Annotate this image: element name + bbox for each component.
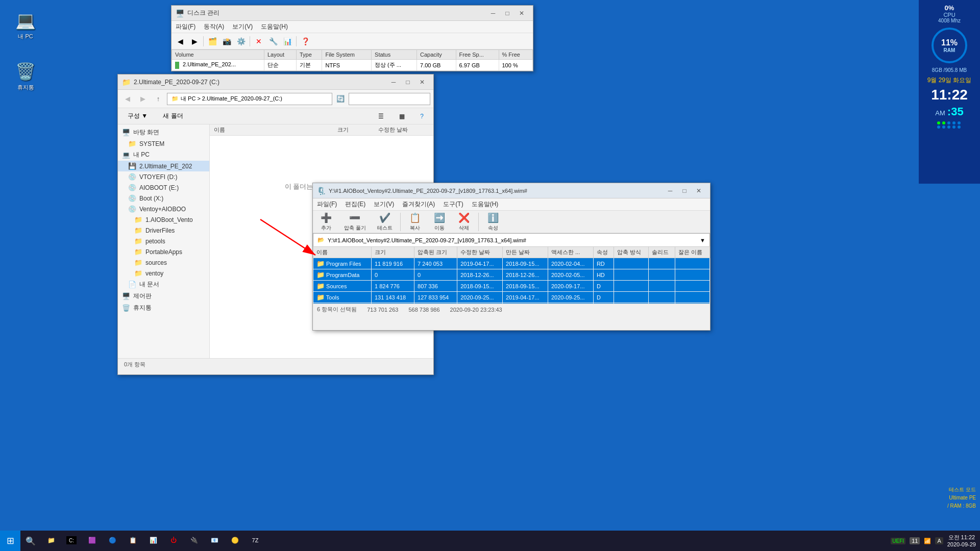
zip-col-modified[interactable]: 수정한 날짜: [457, 247, 503, 258]
disk-mgmt-maximize[interactable]: □: [500, 6, 514, 20]
taskbar-file-explorer[interactable]: 📁: [41, 531, 61, 551]
sidebar-system[interactable]: 📁 SYSTEM: [118, 138, 209, 149]
sidebar-my-pc[interactable]: 💻 내 PC: [118, 149, 209, 161]
sz-menu-tools[interactable]: 도구(T): [443, 200, 463, 209]
zip-path-dropdown[interactable]: ▼: [700, 237, 705, 243]
taskbar-cmd[interactable]: C:: [61, 531, 82, 551]
nav-back[interactable]: ◀: [121, 92, 134, 106]
disk-tb-forward[interactable]: ▶: [188, 35, 201, 48]
ribbon-new-folder[interactable]: 새 폴더: [159, 110, 186, 122]
sidebar-petools[interactable]: 📁 petools: [118, 236, 209, 246]
zip-col-attr[interactable]: 속성: [593, 247, 614, 258]
taskbar-usb[interactable]: 🔌: [184, 531, 204, 551]
sidebar-ventoy-folder[interactable]: 📁 ventoy: [118, 268, 209, 279]
zip-col-name[interactable]: 이름: [313, 247, 372, 258]
taskbar-mail[interactable]: 📧: [204, 531, 225, 551]
col-name[interactable]: 이름: [214, 126, 337, 134]
address-refresh[interactable]: 🔄: [334, 93, 347, 105]
sz-minimize[interactable]: ─: [663, 184, 677, 198]
disk-mgmt-titlebar[interactable]: 🖥️ 디스크 관리 ─ □ ✕: [172, 6, 533, 21]
sidebar-recycle-bin[interactable]: 🗑️ 휴지통: [118, 302, 209, 314]
desktop-icon-recycle-bin[interactable]: 🗑️ 휴지통: [8, 61, 43, 91]
disk-menu-view[interactable]: 보기(V): [232, 22, 253, 31]
sz-btn-props[interactable]: ℹ️ 속성: [482, 211, 504, 233]
file-explorer-titlebar[interactable]: 📁 2.Ultimate_PE_2020-09-27 (C:) ─ □ ✕: [118, 74, 433, 90]
sz-menu-bookmarks[interactable]: 즐겨찾기(A): [402, 200, 435, 209]
sz-btn-test[interactable]: ✔️ 테스트: [373, 211, 397, 233]
disk-tb-snap[interactable]: 📸: [220, 35, 233, 48]
col-status[interactable]: Status: [372, 50, 417, 60]
zip-row-tools[interactable]: 📁 Tools 131 143 418 127 833 954 2020-09-…: [313, 292, 710, 303]
col-size[interactable]: 크기: [337, 126, 378, 134]
sidebar-my-docs[interactable]: 📄 내 문서: [118, 279, 209, 290]
taskbar-power[interactable]: ⏻: [163, 531, 184, 551]
disk-tb-help[interactable]: ❓: [299, 35, 312, 48]
taskbar-app3[interactable]: 📋: [122, 531, 143, 551]
col-capacity[interactable]: Capacity: [417, 50, 456, 60]
disk-tb-delete[interactable]: ✕: [252, 35, 265, 48]
zip-col-compressed[interactable]: 압축된 크기: [414, 247, 457, 258]
sidebar-aioboot-folder[interactable]: 📁 1.AIOBoot_Vento: [118, 214, 209, 225]
disk-row-0[interactable]: 2.Ultimate_PE_202... 단순 기본 NTFS 정상 (주 ..…: [172, 60, 533, 71]
sz-btn-extract[interactable]: ➖ 압축 풀기: [339, 211, 371, 233]
sz-btn-delete[interactable]: ❌ 삭제: [453, 211, 475, 233]
disk-tb-action2[interactable]: ⚙️: [234, 35, 248, 48]
zip-col-solid[interactable]: 솔리드: [648, 247, 675, 258]
ribbon-view[interactable]: ☰: [375, 111, 387, 121]
sidebar-sources[interactable]: 📁 sources: [118, 257, 209, 268]
zip-col-accessed[interactable]: 액세스한 ...: [548, 247, 594, 258]
taskbar-search[interactable]: 🔍: [22, 533, 39, 549]
zip-col-created[interactable]: 만든 날짜: [503, 247, 548, 258]
col-modified[interactable]: 수정한 날짜: [378, 126, 429, 134]
disk-tb-resize[interactable]: 📊: [281, 35, 294, 48]
sz-close[interactable]: ✕: [692, 184, 706, 198]
sz-menu-view[interactable]: 보기(V): [374, 200, 394, 209]
nav-forward[interactable]: ▶: [136, 92, 150, 106]
sidebar-ventoy[interactable]: 💿 Ventoy+AIOBOO: [118, 204, 209, 214]
sidebar-aioboot[interactable]: 💿 AIOBOOT (E:): [118, 182, 209, 193]
desktop-icon-my-pc[interactable]: 💻 내 PC: [8, 10, 43, 40]
zip-row-sources[interactable]: 📁 Sources 1 824 776 807 336 2018-09-15..…: [313, 281, 710, 292]
taskbar-app1[interactable]: 🟪: [82, 531, 102, 551]
sz-menu-file[interactable]: 파일(F): [317, 200, 337, 209]
col-pct[interactable]: % Free: [499, 50, 533, 60]
fe-maximize[interactable]: □: [401, 75, 415, 89]
sz-maximize[interactable]: □: [677, 184, 692, 198]
col-volume[interactable]: Volume: [172, 50, 264, 60]
zip-col-method[interactable]: 압축 방식: [614, 247, 648, 258]
search-input[interactable]: [349, 93, 430, 105]
fe-minimize[interactable]: ─: [386, 75, 401, 89]
ribbon-organize[interactable]: 구성 ▼: [124, 110, 151, 122]
zip-row-program-files[interactable]: 📁 Program Files 11 819 916 7 240 053 201…: [313, 258, 710, 269]
disk-tb-new[interactable]: 🔧: [266, 35, 280, 48]
sidebar-control-panel[interactable]: 🖥️ 제어판: [118, 290, 209, 302]
ribbon-preview[interactable]: ▦: [396, 111, 408, 121]
col-fs[interactable]: File System: [322, 50, 372, 60]
sidebar-boot-x[interactable]: 💿 Boot (X:): [118, 193, 209, 204]
sz-btn-add[interactable]: ➕ 추가: [315, 211, 337, 233]
col-type[interactable]: Type: [296, 50, 322, 60]
sevenzip-titlebar[interactable]: 🗜️ Y:\#1.AIOBoot_Ventoy#2.Ultimate_PE_20…: [313, 183, 710, 198]
sidebar-desktop[interactable]: 🖥️ 바탕 화면: [118, 127, 209, 138]
col-layout[interactable]: Layout: [264, 50, 296, 60]
start-button[interactable]: ⊞: [0, 531, 20, 551]
col-free[interactable]: Free Sp...: [456, 50, 499, 60]
sidebar-portableapps[interactable]: 📁 PortableApps: [118, 246, 209, 257]
taskbar-app2[interactable]: 🔵: [102, 531, 122, 551]
zip-row-programdata[interactable]: 📁 ProgramData 0 0 2018-12-26... 2018-12-…: [313, 269, 710, 281]
sz-menu-help[interactable]: 도움말(H): [472, 200, 499, 209]
disk-mgmt-minimize[interactable]: ─: [486, 6, 500, 20]
zip-col-size[interactable]: 크기: [371, 247, 414, 258]
ribbon-help[interactable]: ?: [416, 111, 427, 121]
nav-up[interactable]: ↑: [152, 92, 165, 106]
sz-btn-move[interactable]: ➡️ 이동: [428, 211, 451, 233]
disk-tb-back[interactable]: ◀: [174, 35, 187, 48]
fe-close[interactable]: ✕: [415, 75, 429, 89]
address-bar[interactable]: 📁 내 PC > 2.Ultimate_PE_2020-09-27_(C:): [167, 93, 332, 105]
sz-btn-copy[interactable]: 📋 복사: [404, 211, 426, 233]
sidebar-driverfiles[interactable]: 📁 DriverFiles: [118, 225, 209, 236]
disk-tb-up[interactable]: 🗂️: [206, 35, 219, 48]
sidebar-vtoyefi[interactable]: 💿 VTOYEFI (D:): [118, 171, 209, 182]
taskbar-clock[interactable]: 오전 11:22 2020-09-29: [947, 534, 976, 548]
sz-menu-edit[interactable]: 편집(E): [345, 200, 365, 209]
